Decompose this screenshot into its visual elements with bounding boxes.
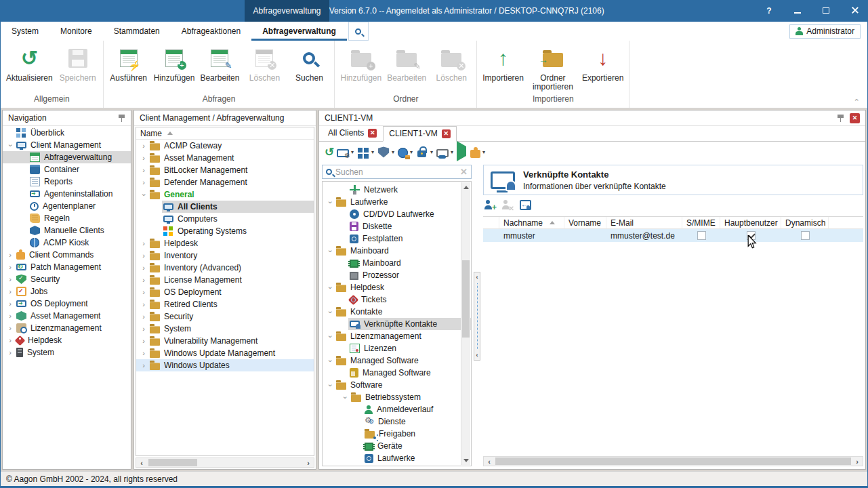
tree-item-laufwerke[interactable]: Laufwerke bbox=[323, 452, 471, 464]
column-vorname[interactable]: Vorname bbox=[564, 217, 606, 228]
menu-stammdaten[interactable]: Stammdaten bbox=[103, 22, 171, 41]
chevron-down-icon[interactable]: › bbox=[327, 246, 334, 256]
tree-folder-mainboard[interactable]: ›Mainboard bbox=[323, 245, 471, 257]
chevron-right-icon[interactable]: › bbox=[139, 240, 148, 247]
scrollbar-thumb[interactable] bbox=[462, 260, 470, 338]
chevron-right-icon[interactable]: › bbox=[139, 179, 148, 186]
query-operating-systems[interactable]: Operating Systems bbox=[136, 225, 314, 237]
chevron-right-icon[interactable]: › bbox=[5, 251, 15, 259]
ausfuehren-button[interactable]: ⚡ Ausführen bbox=[106, 46, 151, 83]
folder-vulnerability-management[interactable]: ›Vulnerability Management bbox=[136, 335, 314, 347]
abfrage-loeschen-button[interactable]: ✕ Löschen bbox=[242, 46, 287, 83]
chevron-right-icon[interactable]: › bbox=[139, 264, 148, 272]
tree-item-geraete[interactable]: Geräte bbox=[323, 440, 471, 452]
chevron-right-icon[interactable]: › bbox=[139, 167, 148, 174]
tree-item-lizenzen[interactable]: Lizenzen bbox=[323, 342, 471, 354]
tree-folder-software[interactable]: ›Software bbox=[323, 379, 471, 391]
nav-item-acmp-kiosk[interactable]: ›ACMP Kiosk bbox=[3, 237, 131, 249]
column-email[interactable]: E-Mail bbox=[606, 217, 682, 228]
chevron-right-icon[interactable]: › bbox=[139, 252, 148, 260]
minimize-button[interactable] bbox=[793, 6, 802, 16]
folder-acmp-gateway[interactable]: ›ACMP Gateway bbox=[136, 140, 314, 152]
folder-windows-update-management[interactable]: ›Windows Update Management bbox=[136, 347, 314, 359]
chevron-right-icon[interactable]: › bbox=[5, 325, 15, 332]
titlebar-active-module-tab[interactable]: Abfrageverwaltung bbox=[245, 0, 329, 22]
nav-item-agentenplaner[interactable]: ›Agentenplaner bbox=[3, 200, 131, 212]
folder-windows-updates[interactable]: ›Windows Updates bbox=[136, 359, 314, 371]
dynamisch-checkbox[interactable] bbox=[801, 231, 810, 240]
column-dynamisch[interactable]: Dynamisch bbox=[781, 217, 829, 228]
query-computers[interactable]: Computers bbox=[136, 213, 314, 225]
lock-icon[interactable] bbox=[416, 146, 428, 159]
scroll-left-icon[interactable]: ‹ bbox=[484, 457, 495, 466]
abfrage-hinzufuegen-button[interactable]: + Hinzufügen bbox=[151, 46, 198, 83]
nav-item-regeln[interactable]: ›Regeln bbox=[3, 212, 131, 224]
dropdown-caret-icon[interactable]: ▾ bbox=[371, 149, 374, 155]
nav-item-ueberblick[interactable]: ›Überblick bbox=[3, 127, 131, 139]
tree-item-festplatten[interactable]: Festplatten bbox=[323, 232, 471, 245]
maximize-button[interactable] bbox=[821, 6, 831, 16]
folder-bitlocker-management[interactable]: ›BitLocker Management bbox=[136, 164, 314, 176]
folder-retired-clients[interactable]: ›Retired Clients bbox=[136, 298, 314, 310]
nav-item-helpdesk[interactable]: ›Helpdesk bbox=[3, 334, 131, 346]
chevron-down-icon[interactable]: › bbox=[327, 197, 334, 207]
panel-splitter[interactable]: ‹ ‹ bbox=[474, 272, 480, 361]
pin-icon[interactable] bbox=[837, 114, 844, 122]
scroll-down-icon[interactable] bbox=[461, 455, 470, 465]
menu-abfrageaktionen[interactable]: Abfrageaktionen bbox=[171, 22, 251, 41]
chevron-down-icon[interactable]: › bbox=[342, 392, 349, 402]
tab-all-clients[interactable]: All Clients ✕ bbox=[322, 125, 383, 141]
chevron-down-icon[interactable]: › bbox=[327, 331, 334, 341]
tree-item-anmeldeverlauf[interactable]: Anmeldeverlauf bbox=[323, 403, 471, 415]
chevron-down-icon[interactable]: › bbox=[7, 140, 14, 150]
scrollbar-thumb[interactable] bbox=[148, 459, 197, 466]
pin-icon[interactable] bbox=[118, 114, 125, 122]
scroll-left-icon[interactable]: ‹ bbox=[136, 458, 147, 467]
chevron-right-icon[interactable]: › bbox=[139, 362, 148, 369]
chevron-down-icon[interactable]: › bbox=[327, 380, 334, 390]
nav-item-lizenzmanagement[interactable]: ›Lizenzmanagement bbox=[3, 322, 131, 334]
nav-item-patch-management[interactable]: ›Patch Management bbox=[3, 261, 131, 273]
administrator-badge[interactable]: Administrator bbox=[789, 24, 861, 39]
chevron-down-icon[interactable]: › bbox=[327, 283, 334, 292]
dropdown-caret-icon[interactable]: ▾ bbox=[351, 149, 354, 155]
column-header-name[interactable]: Name bbox=[136, 127, 314, 140]
ordner-importieren-button[interactable]: → Ordner importieren bbox=[526, 46, 579, 92]
scrollbar-thumb[interactable] bbox=[495, 458, 851, 465]
folder-license-management[interactable]: ›License Management bbox=[136, 274, 314, 286]
nav-item-client-commands[interactable]: ›Client Commands bbox=[3, 249, 131, 261]
import-contact-button[interactable] bbox=[520, 200, 531, 210]
chevron-right-icon[interactable]: › bbox=[139, 350, 148, 357]
close-button[interactable] bbox=[850, 6, 859, 16]
folder-system[interactable]: ›System bbox=[136, 323, 314, 335]
folder-defender-management[interactable]: ›Defender Management bbox=[136, 176, 314, 188]
tab-client1-vm[interactable]: CLIENT1-VM ✕ bbox=[383, 126, 456, 142]
scroll-right-icon[interactable]: › bbox=[303, 458, 314, 467]
smime-checkbox[interactable] bbox=[697, 231, 706, 240]
dropdown-caret-icon[interactable]: ▾ bbox=[451, 149, 453, 155]
nav-item-reports[interactable]: ›Reports bbox=[3, 176, 131, 188]
scroll-up-icon[interactable] bbox=[461, 182, 470, 192]
column-hauptbenutzer[interactable]: Hauptbenutzer bbox=[720, 217, 781, 228]
menu-abfrageverwaltung[interactable]: Abfrageverwaltung bbox=[251, 22, 347, 41]
nav-item-client-management[interactable]: ›Client Management bbox=[3, 139, 131, 151]
chevron-right-icon[interactable]: › bbox=[5, 276, 15, 283]
tree-item-tickets[interactable]: Tickets bbox=[323, 293, 471, 306]
speichern-button[interactable]: Speichern bbox=[56, 46, 100, 83]
ordner-loeschen-button[interactable]: ✕ Löschen bbox=[429, 46, 474, 83]
refresh-icon[interactable]: ↺ bbox=[325, 146, 335, 159]
folder-helpdesk[interactable]: ›Helpdesk bbox=[136, 237, 314, 249]
tree-folder-lizenzmanagement[interactable]: ›Lizenzmanagement bbox=[323, 330, 471, 342]
chevron-right-icon[interactable]: › bbox=[139, 142, 148, 150]
chevron-down-icon[interactable]: › bbox=[327, 356, 334, 365]
chevron-right-icon[interactable]: › bbox=[5, 312, 15, 320]
menu-search-button[interactable] bbox=[348, 22, 369, 41]
chevron-right-icon[interactable]: › bbox=[5, 300, 15, 308]
grid-view-icon[interactable] bbox=[357, 146, 369, 159]
tree-item-netzwerk[interactable]: Netzwerk bbox=[323, 184, 471, 196]
horizontal-scrollbar[interactable]: ‹ › bbox=[483, 456, 863, 466]
chevron-right-icon[interactable]: › bbox=[5, 337, 15, 344]
dropdown-caret-icon[interactable]: ▾ bbox=[430, 149, 433, 155]
nav-item-system[interactable]: ›System bbox=[3, 346, 131, 359]
scroll-right-icon[interactable]: › bbox=[852, 457, 863, 466]
